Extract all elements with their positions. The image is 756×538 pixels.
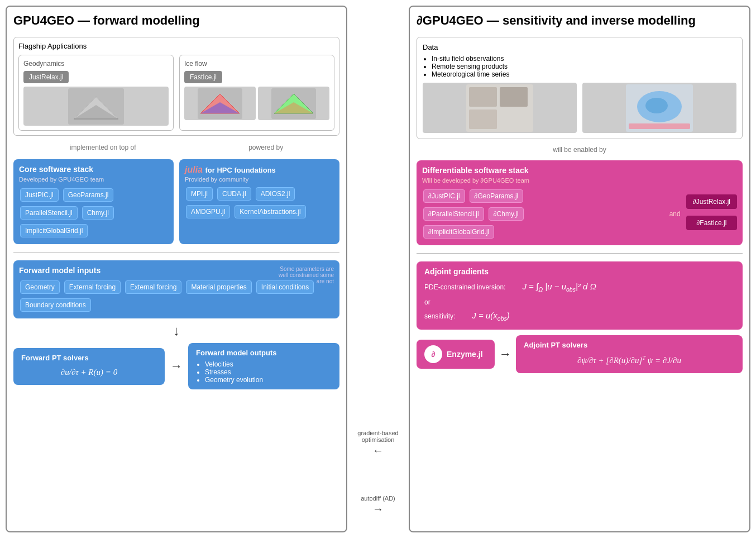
- center-arrows: gradient-based optimisation ← autodiff (…: [353, 6, 403, 532]
- flagship-geodynamics-label: Geodynamics: [23, 60, 64, 68]
- chip-dgeoparams: ∂GeoParams.jl: [470, 189, 524, 203]
- julia-stack-chips: MPI.jl CUDA.jl ADIOS2.jl AMDGPU.jl Kerne…: [185, 186, 334, 220]
- flagship-card-geodynamics: Geodynamics JustRelax.jl: [18, 55, 174, 131]
- enzyme-label: Enzyme.jl: [447, 350, 483, 359]
- forward-pt-solver-box: Forward PT solvers ∂u/∂τ + R(u) = 0: [13, 348, 165, 385]
- left-panel-title: GPU4GEO — forward modelling: [13, 13, 339, 28]
- left-panel: GPU4GEO — forward modelling Flagship App…: [6, 6, 347, 532]
- adjoint-pde-row: PDE-constrained inversion: J = ∫Ω |u − u…: [424, 279, 735, 295]
- autodiff-arrow: →: [372, 503, 384, 516]
- chip-dparallelstencil: ∂ParallelStencil.jl: [423, 207, 484, 221]
- julia-stack-subtitle: Provided by community: [185, 176, 334, 183]
- enzyme-logo: ∂: [424, 345, 442, 363]
- data-title: Data: [423, 43, 736, 51]
- main-container: GPU4GEO — forward modelling Flagship App…: [0, 0, 756, 538]
- autodiff-arrow-container: autodiff (AD) →: [361, 495, 395, 516]
- chip-djustpic: ∂JustPIC.jl: [423, 189, 465, 203]
- and-label: and: [669, 210, 681, 218]
- chip-dimplicitglobalgrid: ∂ImplicitGlobalGrid.jl: [423, 225, 494, 239]
- dfastice-button[interactable]: ∂FastIce.jl: [686, 216, 737, 230]
- justrelax-button[interactable]: JustRelax.jl: [23, 71, 69, 83]
- arrow-down: ↓: [13, 324, 339, 337]
- svg-rect-11: [469, 87, 497, 107]
- stacks-row: Core software stack Developed by GPU4GEO…: [13, 159, 339, 244]
- svg-rect-17: [629, 123, 690, 129]
- adjoint-pt-title: Adjoint PT solvers: [524, 341, 735, 349]
- chip-chmy: Chmy.jl: [82, 206, 114, 220]
- pt-to-outputs-arrow: →: [170, 359, 183, 374]
- chip-kernelabstractions: KernelAbstractions.jl: [235, 205, 305, 218]
- chip-boundary-conditions: Boundary conditions: [20, 298, 91, 312]
- adjoint-gradients-box: Adjoint gradients PDE-constrained invers…: [417, 261, 743, 330]
- forward-pt-solver-title: Forward PT solvers: [21, 354, 157, 362]
- gradient-arrow: ←: [372, 444, 384, 457]
- data-bullets: In-situ field observations Remote sensin…: [423, 55, 736, 78]
- core-stack-chips: JustPIC.jl GeoParams.jl ParallelStencil.…: [19, 187, 168, 239]
- diff-chips-row-3: ∂ImplicitGlobalGrid.jl: [422, 224, 664, 240]
- inputs-box: Forward model inputs Some parameters are…: [13, 260, 339, 318]
- chip-mpi: MPI.jl: [186, 187, 213, 201]
- data-bullet-1: In-situ field observations: [432, 55, 736, 63]
- data-bullet-2: Remote sensing products: [432, 63, 736, 70]
- output-stresses: Stresses: [205, 368, 332, 376]
- label-row: implemented on top of powered by: [13, 142, 339, 153]
- data-box: Data In-situ field observations Remote s…: [417, 37, 743, 139]
- inputs-note: Some parameters are well constrained som…: [272, 266, 334, 284]
- diff-stack-chips-col: ∂JustPIC.jl ∂GeoParams.jl ∂ParallelStenc…: [422, 188, 664, 240]
- adjoint-sensitivity-label: sensitivity:: [424, 312, 455, 320]
- enzyme-box: ∂ Enzyme.jl: [417, 340, 495, 369]
- adjoint-sensitivity-row: sensitivity: J = u(xobs): [424, 308, 735, 324]
- diff-chips-row-2: ∂ParallelStencil.jl ∂Chmy.jl: [422, 206, 664, 222]
- flagship-card-iceflow: Ice flow FastIce.jl: [179, 55, 334, 131]
- diff-stack-box: Differentiable software stack Will be de…: [417, 160, 743, 245]
- adjoint-pt-formula: ∂ψ/∂τ + [∂R(u)/∂u]T ψ = ∂J/∂u: [524, 353, 735, 368]
- diff-big-buttons: ∂JustRelax.jl ∂FastIce.jl: [686, 194, 737, 234]
- flagship-iceflow-label: Ice flow: [184, 60, 207, 68]
- chip-geoparams: GeoParams.jl: [63, 188, 114, 202]
- outputs-box: Forward model outputs Velocities Stresse…: [188, 343, 339, 389]
- data-bullet-3: Meteorological time series: [432, 70, 736, 78]
- chip-cuda: CUDA.jl: [217, 187, 251, 201]
- core-stack-box: Core software stack Developed by GPU4GEO…: [13, 159, 174, 244]
- flagship-title: Flagship Applications: [18, 42, 334, 50]
- adjoint-pde-formula: J = ∫Ω |u − uobs|² d Ω: [522, 282, 596, 293]
- chip-implicitglobalgrid: ImplicitGlobalGrid.jl: [20, 224, 88, 237]
- right-panel: ∂GPU4GEO — sensitivity and inverse model…: [409, 6, 750, 532]
- autodiff-label: autodiff (AD): [361, 495, 395, 502]
- inputs-chips: Geometry External forcing External forci…: [19, 279, 334, 313]
- right-panel-title: ∂GPU4GEO — sensitivity and inverse model…: [417, 13, 743, 28]
- adjoint-title: Adjoint gradients: [424, 267, 735, 276]
- diff-stack-row: ∂JustPIC.jl ∂GeoParams.jl ∂ParallelStenc…: [422, 188, 737, 240]
- flagship-box: Flagship Applications Geodynamics JustRe…: [13, 37, 339, 136]
- adjoint-pt-box: Adjoint PT solvers ∂ψ/∂τ + [∂R(u)/∂u]T ψ…: [516, 335, 743, 373]
- chip-justpic: JustPIC.jl: [20, 188, 59, 202]
- forward-pt-formula: ∂u/∂τ + R(u) = 0: [21, 365, 157, 379]
- powered-label: powered by: [248, 144, 283, 151]
- diff-chips-row-1: ∂JustPIC.jl ∂GeoParams.jl: [422, 188, 664, 204]
- output-velocities: Velocities: [205, 360, 332, 368]
- pt-solvers-row: Forward PT solvers ∂u/∂τ + R(u) = 0 → Fo…: [13, 343, 339, 389]
- implemented-label: implemented on top of: [70, 144, 136, 151]
- svg-rect-13: [469, 109, 497, 129]
- adjoint-or-row: or: [424, 298, 735, 306]
- svg-point-16: [645, 98, 668, 113]
- adjoint-content: PDE-constrained inversion: J = ∫Ω |u − u…: [424, 279, 735, 324]
- data-image-2: [582, 83, 736, 133]
- core-stack-title: Core software stack: [19, 165, 168, 174]
- chip-material-properties: Material properties: [186, 280, 251, 294]
- enzyme-adjoint-row: ∂ Enzyme.jl → Adjoint PT solvers ∂ψ/∂τ +…: [417, 335, 743, 373]
- chip-adios2: ADIOS2.jl: [256, 187, 295, 201]
- outputs-title: Forward model outputs: [196, 349, 332, 357]
- enzyme-to-adjoint-arrow: →: [499, 347, 511, 361]
- chip-external-forcing-1: External forcing: [64, 280, 121, 294]
- divider-right: [417, 253, 743, 254]
- fastice-button[interactable]: FastIce.jl: [184, 71, 222, 83]
- diff-stack-subtitle: Will be developed by ∂GPU4GEO team: [422, 177, 737, 184]
- adjoint-sensitivity-formula: J = u(xobs): [472, 311, 509, 322]
- output-geometry-evolution: Geometry evolution: [205, 376, 332, 384]
- data-images: [423, 83, 736, 133]
- divider-1: [13, 252, 339, 253]
- will-be-enabled-label: will be enabled by: [417, 146, 743, 154]
- djustrelax-button[interactable]: ∂JustRelax.jl: [686, 194, 737, 209]
- chip-geometry: Geometry: [20, 280, 60, 294]
